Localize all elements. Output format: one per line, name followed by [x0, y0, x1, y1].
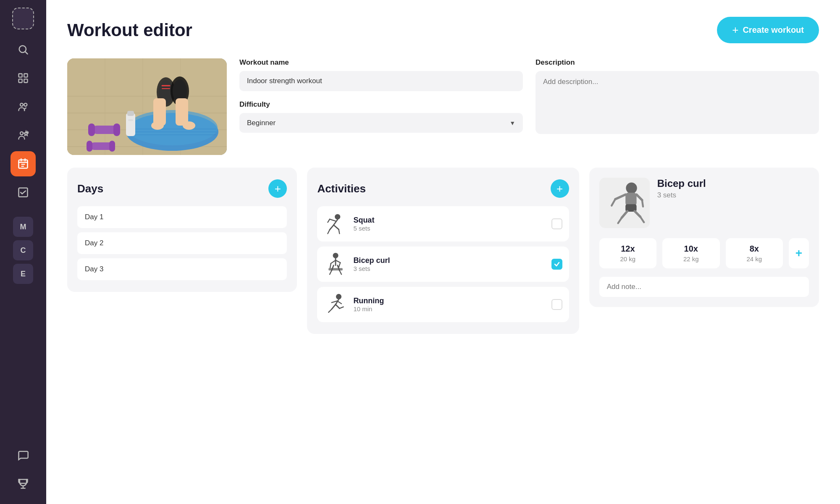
svg-point-47 [335, 214, 341, 220]
sidebar-item-checklist[interactable] [10, 180, 36, 205]
activities-panel-title: Activities [317, 182, 366, 195]
days-panel-header: Days + [77, 179, 287, 198]
workout-image [67, 58, 227, 155]
difficulty-label: Difficulty [239, 100, 523, 109]
page-title: Workout editor [67, 20, 192, 40]
detail-panel: Bicep curl 3 sets 12x 20 kg 10x 22 kg 8x [589, 168, 819, 307]
svg-line-51 [330, 225, 333, 230]
squat-info: Squat 5 sets [353, 216, 545, 232]
bicep-curl-info: Bicep curl 3 sets [353, 256, 545, 272]
svg-rect-4 [19, 79, 22, 82]
svg-rect-2 [19, 74, 22, 77]
activity-running[interactable]: Running 10 min [317, 287, 569, 322]
running-info: Running 10 min [353, 297, 545, 312]
svg-point-7 [24, 103, 27, 106]
svg-rect-34 [126, 113, 135, 136]
difficulty-select[interactable]: Beginner Intermediate Advanced [239, 113, 523, 133]
svg-line-50 [328, 219, 330, 222]
svg-line-72 [336, 304, 339, 308]
sidebar-letter-c[interactable]: C [13, 240, 33, 260]
day-3-item[interactable]: Day 3 [77, 258, 287, 280]
svg-line-78 [636, 194, 642, 200]
set-card-1[interactable]: 12x 20 kg [599, 238, 656, 268]
svg-rect-29 [88, 123, 95, 136]
svg-rect-46 [176, 98, 188, 126]
svg-point-66 [336, 294, 341, 299]
running-checkbox[interactable] [551, 299, 562, 310]
set-card-2[interactable]: 10x 22 kg [662, 238, 719, 268]
svg-line-53 [334, 225, 339, 229]
svg-line-52 [328, 230, 330, 234]
svg-line-83 [635, 211, 640, 217]
sidebar-item-chat[interactable] [10, 443, 36, 468]
svg-line-71 [329, 309, 332, 312]
plus-icon: + [556, 182, 563, 195]
day-1-item[interactable]: Day 1 [77, 206, 287, 228]
sidebar-item-trophy[interactable] [10, 471, 36, 496]
day-2-item[interactable]: Day 2 [77, 232, 287, 254]
svg-line-65 [340, 270, 342, 274]
sidebar-letter-m[interactable]: M [13, 217, 33, 237]
create-workout-button[interactable]: + Create workout [717, 17, 819, 43]
svg-line-79 [642, 200, 643, 206]
add-set-button[interactable]: + [789, 238, 809, 268]
svg-rect-61 [329, 268, 343, 270]
svg-line-63 [330, 270, 332, 274]
days-panel-title: Days [77, 182, 103, 195]
activities-panel: Activities + [307, 168, 579, 334]
bicep-curl-checkbox[interactable] [551, 259, 562, 270]
plus-icon: + [732, 24, 738, 37]
svg-rect-5 [24, 79, 27, 82]
squat-checkbox[interactable] [551, 218, 562, 229]
svg-line-77 [612, 199, 615, 205]
workout-name-label: Workout name [239, 58, 523, 67]
svg-line-73 [340, 307, 344, 309]
svg-rect-32 [87, 141, 92, 152]
svg-line-54 [339, 229, 340, 234]
sidebar-item-dashboard[interactable] [10, 66, 36, 91]
description-input[interactable] [536, 71, 819, 134]
svg-line-81 [622, 211, 627, 218]
svg-point-8 [20, 132, 23, 135]
svg-rect-3 [24, 74, 27, 77]
sidebar-item-people[interactable] [10, 94, 36, 119]
sidebar-item-starred[interactable] [10, 123, 36, 148]
bicep-figure [324, 252, 347, 276]
page-header: Workout editor + Create workout [67, 17, 819, 43]
top-row: Workout name Difficulty Beginner Interme… [67, 58, 819, 155]
svg-rect-33 [109, 141, 115, 152]
add-day-button[interactable]: + [268, 179, 287, 198]
plus-icon: + [275, 182, 281, 195]
svg-line-69 [337, 301, 341, 304]
activities-panel-header: Activities + [317, 179, 569, 198]
svg-line-76 [615, 194, 625, 199]
sets-row: 12x 20 kg 10x 22 kg 8x 24 kg + [599, 238, 809, 268]
svg-line-49 [330, 219, 336, 221]
svg-rect-45 [153, 98, 166, 126]
svg-line-1 [25, 52, 27, 54]
svg-point-55 [333, 253, 339, 258]
svg-line-59 [331, 260, 336, 263]
sidebar-letter-e[interactable]: E [13, 264, 33, 284]
app-logo [12, 8, 34, 29]
difficulty-select-wrapper: Beginner Intermediate Advanced ▼ [239, 113, 523, 133]
svg-rect-35 [127, 111, 134, 116]
activity-bicep-curl[interactable]: Bicep curl 3 sets [317, 247, 569, 282]
add-activity-button[interactable]: + [551, 179, 569, 198]
svg-line-82 [618, 218, 622, 223]
sidebar: M C E [0, 0, 46, 504]
svg-rect-75 [625, 193, 636, 206]
svg-line-60 [330, 263, 331, 268]
detail-header: Bicep curl 3 sets [599, 178, 809, 228]
detail-info: Bicep curl 3 sets [657, 178, 706, 200]
days-panel: Days + Day 1 Day 2 Day 3 [67, 168, 297, 292]
running-figure [324, 293, 347, 316]
sidebar-item-search[interactable] [10, 37, 36, 62]
description-label: Description [536, 58, 819, 67]
workout-name-input[interactable] [239, 71, 523, 91]
activity-squat[interactable]: Squat 5 sets [317, 206, 569, 242]
set-card-3[interactable]: 8x 24 kg [726, 238, 783, 268]
note-input[interactable] [599, 277, 809, 297]
bottom-row: Days + Day 1 Day 2 Day 3 Activities + [67, 168, 819, 334]
sidebar-item-workout-editor[interactable] [10, 151, 36, 176]
